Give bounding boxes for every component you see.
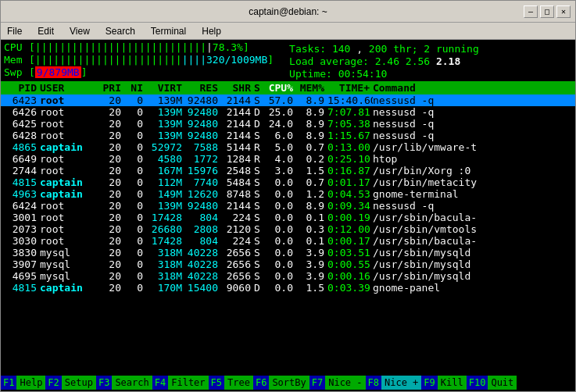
table-row[interactable]: 3830 mysql 20 0 318M 40228 2656 S 0.0 3.… xyxy=(1,247,575,258)
menu-view[interactable]: View xyxy=(66,24,93,38)
key-label: Nice - xyxy=(325,376,365,390)
cell-user: captain xyxy=(40,141,96,153)
table-row[interactable]: 3001 root 20 0 17428 804 224 S 0.0 0.1 0… xyxy=(1,212,575,223)
bottombar-key-nice+[interactable]: F8Nice + xyxy=(366,374,422,391)
bottombar-key-kill[interactable]: F9Kill xyxy=(421,374,466,391)
cell-pri: 20 xyxy=(96,223,124,235)
cell-time: 0:12.00 xyxy=(327,223,373,235)
cell-time: 0:03.39 xyxy=(327,282,373,294)
table-row[interactable]: 4695 mysql 20 0 318M 40228 2656 S 0.0 3.… xyxy=(1,270,575,282)
bottombar-key-tree[interactable]: F5Tree xyxy=(209,374,253,391)
cell-pri: 20 xyxy=(96,282,124,294)
cell-s: S xyxy=(254,176,265,188)
cell-pid: 6424 xyxy=(4,200,40,212)
cell-cmd: gnome-terminal xyxy=(373,188,572,200)
header-pid[interactable]: PID xyxy=(4,82,40,94)
menu-help[interactable]: Help xyxy=(199,24,224,38)
table-row[interactable]: 6425 root 20 0 139M 92480 2144 D 24.0 8.… xyxy=(1,118,575,130)
header-time[interactable]: TIME+ xyxy=(327,82,373,94)
cell-cpu: 0.0 xyxy=(265,282,296,294)
header-virt[interactable]: VIRT xyxy=(146,82,185,94)
cell-pri: 20 xyxy=(96,176,124,188)
menu-file[interactable]: File xyxy=(4,24,25,38)
cell-time: 1:15.67 xyxy=(327,130,373,141)
close-button[interactable]: ✕ xyxy=(556,5,571,18)
cell-user: captain xyxy=(40,188,96,200)
cell-pri: 20 xyxy=(96,118,124,130)
header-res[interactable]: RES xyxy=(185,82,221,94)
mem-bar-close: ] xyxy=(267,54,274,66)
cell-time: 0:03.51 xyxy=(327,247,373,258)
cell-ni: 0 xyxy=(124,247,146,258)
cell-user: root xyxy=(40,223,96,235)
table-row[interactable]: 6649 root 20 0 4580 1772 1284 R 4.0 0.2 … xyxy=(1,153,575,165)
table-row[interactable]: 2744 root 20 0 167M 15976 2548 S 3.0 1.5… xyxy=(1,165,575,176)
cell-mem: 1.5 xyxy=(296,165,327,176)
header-cpu[interactable]: CPU% xyxy=(265,82,296,94)
cell-res: 1772 xyxy=(185,153,221,165)
cell-mem: 8.9 xyxy=(296,200,327,212)
cpu-bar-fill: |||||||||||||||||||||||||||| xyxy=(35,41,206,53)
cell-shr: 2656 xyxy=(221,270,254,282)
bottombar-key-sortby[interactable]: F6SortBy xyxy=(253,374,309,391)
table-row[interactable]: 4865 captain 20 0 52972 7588 5144 R 5.0 … xyxy=(1,141,575,153)
stats-right: Tasks: 140 , 200 thr; 2 running Load ave… xyxy=(289,41,479,80)
cell-mem: 0.2 xyxy=(296,153,327,165)
cell-cpu: 0.0 xyxy=(265,258,296,270)
cell-cpu: 0.0 xyxy=(265,247,296,258)
load-row: Load average: 2.46 2.56 2.18 xyxy=(289,55,479,67)
bottombar-key-search[interactable]: F3Search xyxy=(96,374,152,391)
bottombar-key-nice-[interactable]: F7Nice - xyxy=(309,374,366,391)
cell-virt: 167M xyxy=(146,165,185,176)
cell-s: D xyxy=(254,106,265,118)
cell-cmd: /usr/sbin/mysqld xyxy=(373,247,572,258)
table-row[interactable]: 4815 captain 20 0 170M 15400 9060 D 0.0 … xyxy=(1,282,575,294)
table-row[interactable]: 6424 root 20 0 139M 92480 2144 S 0.0 8.9… xyxy=(1,200,575,212)
cell-s: D xyxy=(254,282,265,294)
maximize-button[interactable]: □ xyxy=(540,5,554,18)
cell-res: 804 xyxy=(185,212,221,223)
cell-pid: 6649 xyxy=(4,153,40,165)
table-row[interactable]: 4963 captain 20 0 149M 12620 8748 S 0.0 … xyxy=(1,188,575,200)
menu-edit[interactable]: Edit xyxy=(34,24,57,38)
table-row[interactable]: 4815 captain 20 0 112M 7740 5484 S 0.0 0… xyxy=(1,176,575,188)
cell-time: 0:00.19 xyxy=(327,212,373,223)
cell-virt: 318M xyxy=(146,258,185,270)
header-cmd[interactable]: Command xyxy=(373,82,572,94)
swp-bar-open: [ xyxy=(29,66,35,78)
table-row[interactable]: 6428 root 20 0 139M 92480 2144 S 6.0 8.9… xyxy=(1,130,575,141)
header-mem[interactable]: MEM% xyxy=(296,82,327,94)
cell-shr: 2144 xyxy=(221,118,254,130)
header-s[interactable]: S xyxy=(254,82,265,94)
cell-time: 0:09.34 xyxy=(327,200,373,212)
bottombar-key-setup[interactable]: F2Setup xyxy=(45,374,96,391)
swp-label: Swp xyxy=(4,66,29,78)
cell-cmd: gnome-panel xyxy=(373,282,572,294)
key-label: Search xyxy=(112,376,152,390)
cell-shr: 224 xyxy=(221,235,254,247)
cell-pid: 4695 xyxy=(4,270,40,282)
cell-res: 2808 xyxy=(185,223,221,235)
table-row[interactable]: 6426 root 20 0 139M 92480 2144 D 25.0 8.… xyxy=(1,106,575,118)
table-row[interactable]: 2073 root 20 0 26680 2808 2120 S 0.0 0.3… xyxy=(1,223,575,235)
cell-ni: 0 xyxy=(124,258,146,270)
bottombar-key-help[interactable]: F1Help xyxy=(1,374,45,391)
cell-user: root xyxy=(40,212,96,223)
table-row[interactable]: 3907 mysql 20 0 318M 40228 2656 S 0.0 3.… xyxy=(1,258,575,270)
header-user[interactable]: USER xyxy=(40,82,96,94)
header-ni[interactable]: NI xyxy=(124,82,146,94)
menu-terminal[interactable]: Terminal xyxy=(148,24,189,38)
cell-s: S xyxy=(254,235,265,247)
minimize-button[interactable]: — xyxy=(524,5,538,18)
table-row[interactable]: 6423 root 20 0 139M 92480 2144 S 57.0 8.… xyxy=(1,94,575,106)
menu-search[interactable]: Search xyxy=(102,24,138,38)
cell-s: S xyxy=(254,258,265,270)
table-row[interactable]: 3030 root 20 0 17428 804 224 S 0.0 0.1 0… xyxy=(1,235,575,247)
bottombar-key-filter[interactable]: F4Filter xyxy=(152,374,209,391)
header-shr[interactable]: SHR xyxy=(221,82,254,94)
cell-cmd: nessusd -q xyxy=(373,94,572,106)
key-num: F8 xyxy=(366,376,381,390)
bottombar-key-quit[interactable]: F10Quit xyxy=(467,374,517,391)
header-pri[interactable]: PRI xyxy=(96,82,124,94)
main-window: captain@debian: ~ — □ ✕ File Edit View S… xyxy=(0,0,576,392)
